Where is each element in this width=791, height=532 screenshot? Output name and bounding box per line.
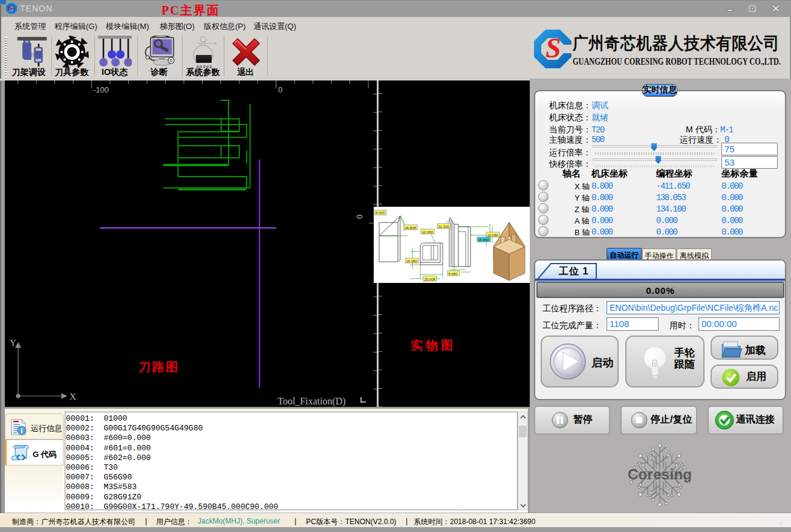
svg-text:25.080: 25.080 xyxy=(406,259,418,263)
svg-text:10.080: 10.080 xyxy=(422,230,434,234)
svg-text:25.800: 25.800 xyxy=(478,238,490,242)
svg-text:S: S xyxy=(545,33,561,63)
svg-text:8.000: 8.000 xyxy=(376,211,385,215)
svg-text:8.080: 8.080 xyxy=(449,272,458,276)
svg-text:GUANGZHOU CORESING ROBOT TECHN: GUANGZHOU CORESING ROBOT TECHNOLOGY CO.,… xyxy=(573,56,781,66)
svg-text:25.008: 25.008 xyxy=(425,277,436,281)
svg-text:10.080: 10.080 xyxy=(487,233,499,237)
svg-text:S: S xyxy=(8,4,13,13)
svg-text:51.300: 51.300 xyxy=(438,225,450,229)
svg-text:46.808: 46.808 xyxy=(405,226,417,230)
svg-text:Coresing: Coresing xyxy=(628,466,692,482)
